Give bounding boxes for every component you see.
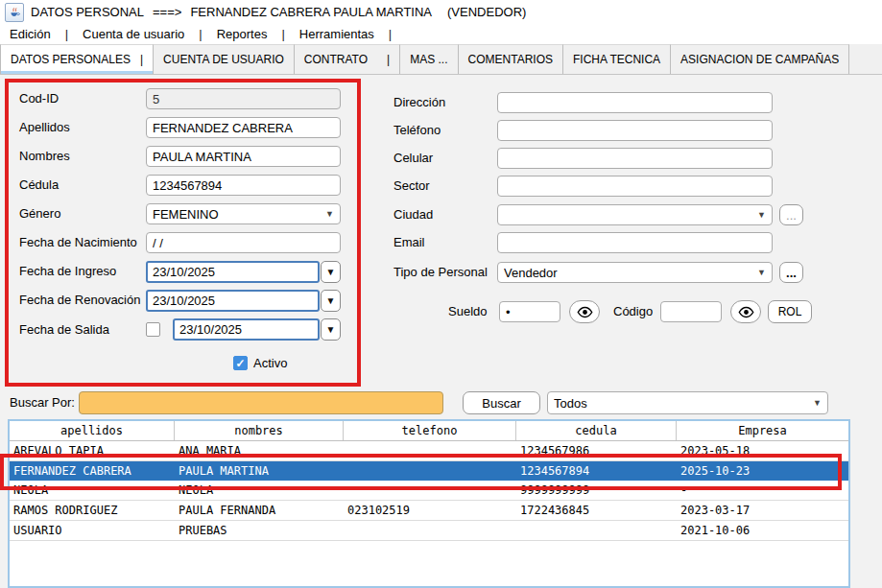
email-field[interactable] xyxy=(497,232,773,253)
fecha-ingreso-label: Fecha de Ingreso xyxy=(19,261,116,282)
fecha-ingreso-field[interactable] xyxy=(146,261,320,283)
menu-separator: | xyxy=(389,27,392,41)
tipo-personal-label: Tipo de Personal xyxy=(393,262,488,283)
genero-select[interactable]: FEMENINO ▼ xyxy=(146,203,341,224)
menu-bar: Edición | Cuenta de usuario | Reportes |… xyxy=(0,24,882,44)
rol-button[interactable]: ROL xyxy=(768,300,812,323)
table-row-selected[interactable]: FERNANDEZ CABRERA PAULA MARTINA 12345678… xyxy=(10,461,848,481)
fecha-nacimiento-field[interactable] xyxy=(146,232,341,253)
buscar-por-label: Buscar Por: xyxy=(10,392,75,413)
chevron-down-icon: ▼ xyxy=(757,268,766,277)
cell-cedula: 1234567986 xyxy=(516,441,677,460)
fecha-ingreso-calendar-button[interactable]: ▼ xyxy=(321,261,341,283)
cell-apellidos: USUARIO xyxy=(10,521,175,540)
window-title-role: (VENDEDOR) xyxy=(447,5,526,19)
cell-nombres: PAULA FERNANDA xyxy=(175,501,344,520)
nombres-field[interactable] xyxy=(146,146,341,167)
eye-icon xyxy=(738,306,754,318)
cedula-field[interactable] xyxy=(146,175,341,196)
celular-field[interactable] xyxy=(497,148,773,169)
cell-apellidos: NEOLA xyxy=(10,481,175,500)
title-bar: DATOS PERSONAL ===> FERNANDEZ CABRERA PA… xyxy=(0,0,882,24)
window-title-person: FERNANDEZ CABRERA PAULA MARTINA xyxy=(190,5,432,19)
chevron-down-icon: ▼ xyxy=(326,324,336,335)
sueldo-field[interactable] xyxy=(499,301,560,322)
menu-cuenta-de-usuario[interactable]: Cuenta de usuario xyxy=(83,27,184,41)
fecha-renovacion-calendar-button[interactable]: ▼ xyxy=(321,290,341,312)
menu-separator: | xyxy=(199,27,202,41)
codigo-field[interactable] xyxy=(660,301,722,322)
celular-label: Celular xyxy=(393,148,433,169)
genero-selected-value: FEMENINO xyxy=(153,207,322,222)
fecha-salida-checkbox[interactable] xyxy=(146,322,160,337)
fecha-salida-field[interactable] xyxy=(173,318,320,341)
column-header-empresa[interactable]: Empresa xyxy=(677,421,848,440)
cod-id-field xyxy=(146,88,341,109)
tab-datos-personales[interactable]: DATOS PERSONALES | xyxy=(0,44,154,74)
cod-id-label: Cod-ID xyxy=(19,88,59,109)
tab-mas[interactable]: MAS ... xyxy=(400,44,458,74)
menu-herramientas[interactable]: Herramientas xyxy=(299,27,374,41)
results-table: apellidos nombres telefono cedula Empres… xyxy=(8,419,850,588)
chevron-down-icon: ▼ xyxy=(813,398,822,408)
cell-apellidos: FERNANDEZ CABRERA xyxy=(10,461,175,481)
cell-empresa: 2023-03-17 xyxy=(677,501,848,520)
table-row[interactable]: RAMOS RODRIGUEZ PAULA FERNANDA 023102519… xyxy=(10,501,848,521)
search-filter-select[interactable]: Todos ▼ xyxy=(547,391,828,414)
table-body: AREVALO TAPIA ANA MARIA 1234567986 2023-… xyxy=(10,441,848,541)
datos-personal-window: DATOS PERSONAL ===> FERNANDEZ CABRERA PA… xyxy=(0,0,882,588)
tipo-personal-select[interactable]: Vendedor ▼ xyxy=(497,262,773,283)
cell-cedula: 9999999999 xyxy=(516,481,677,500)
tab-ficha-tecnica[interactable]: FICHA TECNICA xyxy=(563,44,671,74)
tab-cuenta-de-usuario[interactable]: CUENTA DE USUARIO xyxy=(154,44,295,74)
cell-apellidos: RAMOS RODRIGUEZ xyxy=(10,501,175,520)
cell-nombres: NEOLA xyxy=(175,481,344,500)
tab-asignacion-de-campanas[interactable]: ASIGNACION DE CAMPAÑAS xyxy=(671,44,849,74)
ciudad-label: Ciudad xyxy=(393,204,433,225)
cell-apellidos: AREVALO TAPIA xyxy=(10,441,175,460)
cell-telefono xyxy=(344,461,516,481)
direccion-label: Dirección xyxy=(393,92,445,113)
cell-empresa: 2021-10-06 xyxy=(677,521,848,540)
search-filter-selected-value: Todos xyxy=(554,396,809,411)
cedula-label: Cédula xyxy=(19,175,59,196)
tab-contrato[interactable]: CONTRATO | xyxy=(295,44,400,74)
window-title-arrow: ===> xyxy=(153,5,181,19)
activo-checkbox[interactable]: ✓ xyxy=(233,356,248,370)
email-label: Email xyxy=(393,232,425,253)
fecha-salida-label: Fecha de Salida xyxy=(19,319,109,341)
table-row[interactable]: NEOLA NEOLA 9999999999 - xyxy=(10,481,848,501)
column-header-nombres[interactable]: nombres xyxy=(175,421,344,440)
tipo-personal-more-button[interactable]: ... xyxy=(779,262,803,283)
menu-reportes[interactable]: Reportes xyxy=(217,27,268,41)
activo-label: Activo xyxy=(253,353,287,374)
sector-field[interactable] xyxy=(497,176,773,197)
menu-separator: | xyxy=(281,27,284,41)
codigo-show-button[interactable] xyxy=(730,300,761,323)
search-input[interactable] xyxy=(79,391,443,414)
genero-label: Género xyxy=(19,203,60,224)
tipo-personal-selected-value: Vendedor xyxy=(504,266,753,280)
table-row[interactable]: AREVALO TAPIA ANA MARIA 1234567986 2023-… xyxy=(10,441,848,461)
fecha-renovacion-field[interactable] xyxy=(146,290,320,312)
telefono-field[interactable] xyxy=(497,120,773,141)
column-header-cedula[interactable]: cedula xyxy=(516,421,677,440)
apellidos-field[interactable] xyxy=(146,117,341,138)
menu-edicion[interactable]: Edición xyxy=(10,27,51,41)
column-header-telefono[interactable]: telefono xyxy=(344,421,516,440)
cell-telefono xyxy=(344,521,516,540)
tab-comentarios[interactable]: COMENTARIOS xyxy=(459,44,563,74)
buscar-button[interactable]: Buscar xyxy=(463,391,540,414)
fecha-salida-calendar-button[interactable]: ▼ xyxy=(321,318,341,341)
tab-bar: DATOS PERSONALES | CUENTA DE USUARIO CON… xyxy=(0,44,882,75)
fecha-nacimiento-label: Fecha de Nacimiento xyxy=(19,232,137,253)
direccion-field[interactable] xyxy=(497,92,773,113)
chevron-down-icon: ▼ xyxy=(325,209,334,219)
ciudad-more-button[interactable]: ... xyxy=(779,204,803,225)
cell-nombres: PRUEBAS xyxy=(175,521,344,540)
table-row[interactable]: USUARIO PRUEBAS 2021-10-06 xyxy=(10,521,848,541)
sueldo-show-button[interactable] xyxy=(569,300,600,323)
column-header-apellidos[interactable]: apellidos xyxy=(10,421,175,440)
java-app-icon xyxy=(5,3,24,22)
ciudad-select[interactable]: ▼ xyxy=(497,204,773,225)
